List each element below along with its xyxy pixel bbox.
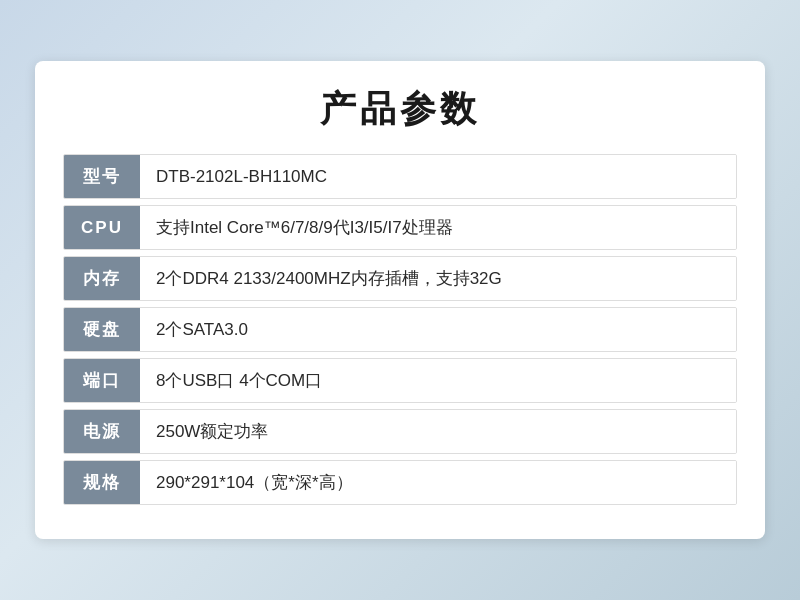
- spec-label-0: 型号: [64, 155, 140, 198]
- spec-row: 规格290*291*104（宽*深*高）: [63, 460, 737, 505]
- spec-row: 型号 DTB-2102L-BH110MC: [63, 154, 737, 199]
- spec-value-0: DTB-2102L-BH110MC: [140, 155, 736, 198]
- spec-value-5: 250W额定功率: [140, 410, 736, 453]
- product-spec-card: 产品参数 型号 DTB-2102L-BH110MCCPU支持Intel Core…: [35, 61, 765, 539]
- spec-label-6: 规格: [64, 461, 140, 504]
- spec-label-3: 硬盘: [64, 308, 140, 351]
- page-title: 产品参数: [63, 85, 737, 134]
- spec-table: 型号 DTB-2102L-BH110MCCPU支持Intel Core™6/7/…: [63, 154, 737, 505]
- spec-label-4: 端口: [64, 359, 140, 402]
- spec-value-3: 2个SATA3.0: [140, 308, 736, 351]
- spec-row: 电源250W额定功率: [63, 409, 737, 454]
- spec-value-2: 2个DDR4 2133/2400MHZ内存插槽，支持32G: [140, 257, 736, 300]
- spec-label-2: 内存: [64, 257, 140, 300]
- spec-row: 端口8个USB口 4个COM口: [63, 358, 737, 403]
- spec-value-6: 290*291*104（宽*深*高）: [140, 461, 736, 504]
- spec-label-1: CPU: [64, 206, 140, 249]
- spec-row: CPU支持Intel Core™6/7/8/9代I3/I5/I7处理器: [63, 205, 737, 250]
- spec-value-4: 8个USB口 4个COM口: [140, 359, 736, 402]
- spec-row: 内存2个DDR4 2133/2400MHZ内存插槽，支持32G: [63, 256, 737, 301]
- spec-value-1: 支持Intel Core™6/7/8/9代I3/I5/I7处理器: [140, 206, 736, 249]
- spec-label-5: 电源: [64, 410, 140, 453]
- spec-row: 硬盘2个SATA3.0: [63, 307, 737, 352]
